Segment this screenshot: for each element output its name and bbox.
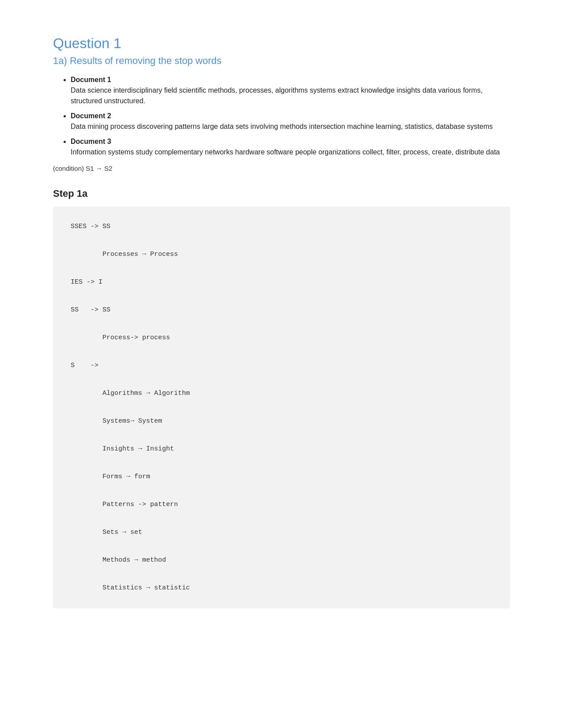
doc3-text: Information systems study complementary … (71, 147, 510, 158)
section-title: 1a) Results of removing the stop words (53, 55, 510, 67)
document-list: Document 1 Data science interdisciplinar… (71, 75, 510, 158)
list-item: Document 3 Information systems study com… (71, 136, 510, 158)
doc1-text: Data science interdisciplinary field sci… (71, 85, 510, 106)
condition-text: (condition) S1 → S2 (53, 165, 510, 172)
doc1-title: Document 1 (71, 75, 510, 85)
question-title: Question 1 (53, 35, 510, 52)
doc2-title: Document 2 (71, 111, 510, 121)
list-item: Document 1 Data science interdisciplinar… (71, 75, 510, 106)
code-block: SSES -> SS Processes → Process IES -> I … (53, 206, 510, 608)
doc3-title: Document 3 (71, 136, 510, 147)
list-item: Document 2 Data mining process discoveri… (71, 111, 510, 132)
doc2-text: Data mining process discovering patterns… (71, 121, 510, 132)
step-heading: Step 1a (53, 188, 510, 199)
